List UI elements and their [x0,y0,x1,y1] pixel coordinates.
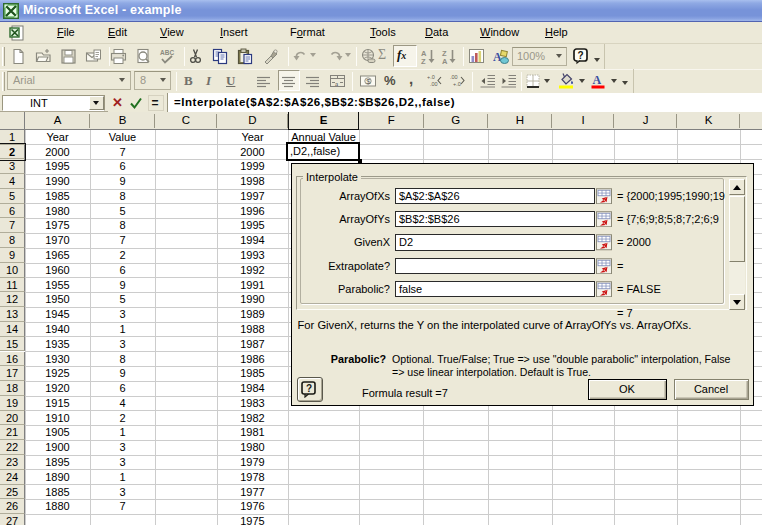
svg-text:+.0: +.0 [427,74,435,80]
svg-text:.00: .00 [450,74,458,80]
svg-text:A: A [593,73,602,87]
svg-text:?: ? [578,50,584,61]
svg-text:ABC: ABC [160,49,174,56]
svg-text:Z: Z [421,57,426,65]
svg-text:+.0: +.0 [453,81,461,87]
svg-text:A: A [442,57,448,65]
svg-text:?: ? [306,383,312,394]
svg-text:.00: .00 [430,81,438,87]
